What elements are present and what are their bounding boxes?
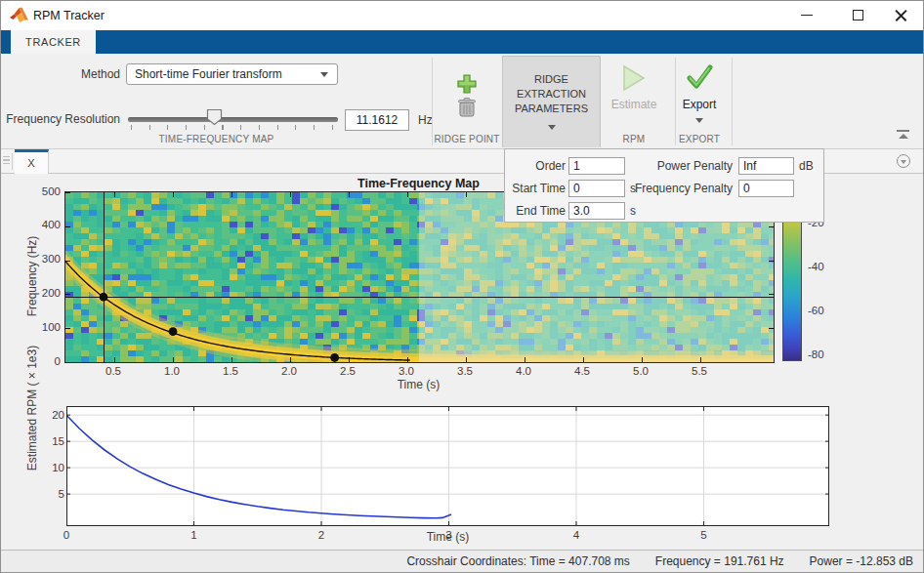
plus-icon [456,73,478,95]
tab-x[interactable]: X [15,149,49,174]
power-penalty-label: Power Penalty [630,157,733,175]
spec-ytick: 400 [33,219,61,230]
play-icon [618,63,648,93]
close-icon [895,9,907,21]
status-frequency: Frequency = 191.761 Hz [655,554,784,568]
checkmark-icon [686,63,713,91]
method-value: Short-time Fourier transform [135,67,282,81]
add-ridge-point-button[interactable] [456,73,478,99]
grip-icon[interactable] [3,153,13,170]
spec-xtick: 1.0 [164,365,180,377]
rpm-xtick: 1 [190,529,196,541]
method-dropdown[interactable]: Short-time Fourier transform [126,63,338,85]
spec-xtick: 5.5 [692,365,707,377]
rpm-xtick: 0 [63,529,69,541]
export-button[interactable]: Export [675,58,724,138]
delete-ridge-point-button[interactable] [457,97,477,122]
chevron-down-icon [320,72,328,77]
minimize-button[interactable] [790,1,823,29]
colorbar-tick: -80 [808,348,824,360]
end-time-input[interactable] [568,202,625,220]
section-label-export: EXPORT [667,134,732,144]
status-power: Power = -12.853 dB [810,554,913,568]
close-button[interactable] [884,1,917,29]
ribbon-toolbar: Method Short-time Fourier transform Freq… [1,54,923,149]
rpm-xtick: 2 [318,529,324,541]
colorbar-tick: -60 [808,305,824,316]
spec-ytick: 500 [33,185,61,197]
rpm-ytick: 15 [37,435,64,447]
spectrogram-ylabel: Frequency (Hz) [25,227,39,325]
app-window: RPM Tracker TRACKER Method Short-time Fo… [0,0,924,573]
matlab-logo-icon [10,7,28,27]
spec-xtick: 2.5 [340,365,356,377]
status-bar: Crosshair Coordinates: Time = 407.708 ms… [1,550,923,572]
freq-resolution-unit: Hz [418,113,433,127]
estimate-label: Estimate [601,98,667,111]
rpm-xtick: 3 [445,529,451,541]
minimize-icon [801,15,813,16]
frequency-penalty-label: Frequency Penalty [630,180,733,197]
slider-ticks [131,125,333,130]
method-label: Method [3,67,120,81]
collapse-ribbon-button[interactable] [897,130,909,139]
start-time-label: Start Time [507,180,566,197]
spectrogram-xlabel: Time (s) [64,378,773,391]
tab-tracker[interactable]: TRACKER [11,30,96,54]
end-time-label: End Time [507,202,566,220]
power-penalty-input[interactable] [738,157,794,175]
collapse-ribbon-icon [897,130,909,132]
estimate-button[interactable] [618,63,648,97]
chevron-down-icon [548,125,556,130]
rpm-ytick: 5 [37,488,64,500]
trash-icon [457,97,477,118]
window-title: RPM Tracker [33,9,105,22]
ridge-extraction-parameters-button[interactable]: RIDGE EXTRACTION PARAMETERS [502,56,601,147]
maximize-button[interactable] [841,1,874,29]
spec-ytick: 100 [33,321,61,333]
spec-xtick: 4.0 [516,365,531,377]
panel-menu-button[interactable] [897,154,910,168]
spec-xtick: 1.5 [223,365,238,377]
spec-ytick: 300 [33,253,61,265]
slider-thumb[interactable] [206,108,223,130]
rpm-plot [66,406,829,526]
rpm-ytick: 20 [37,409,64,421]
toolstrip-header: TRACKER [1,30,923,54]
section-label-ridge-point: RIDGE POINT [432,134,502,144]
spec-xtick: 2.0 [281,365,297,377]
spec-xtick: 3.5 [457,365,473,377]
frequency-penalty-input[interactable] [738,180,794,197]
figure-panel: Time-Frequency Map Frequency (Hz) Time (… [1,174,923,550]
spec-xtick: 4.5 [574,365,590,377]
rpm-ytick: 10 [37,462,64,473]
ridge-params-line1: RIDGE [503,72,600,87]
order-input[interactable] [568,157,625,175]
power-penalty-unit: dB [799,157,814,175]
spec-ytick: 0 [33,355,61,367]
export-label: Export [675,98,724,111]
status-crosshair-time: Crosshair Coordinates: Time = 407.708 ms [406,554,629,568]
end-time-unit: s [630,202,636,220]
spec-ytick: 200 [33,287,61,299]
start-time-input[interactable] [568,180,625,197]
section-label-rpm: RPM [601,134,667,144]
ridge-parameters-popup: Order Power Penalty dB Start Time s Freq… [504,148,824,223]
freq-resolution-slider[interactable] [128,117,338,122]
circled-down-arrow-icon [901,160,906,164]
colorbar-tick: -40 [808,261,824,272]
spec-xtick: 0.5 [105,365,121,377]
rpm-xtick: 5 [700,529,706,541]
spec-xtick: 5.0 [633,365,649,377]
freq-resolution-label: Frequency Resolution [1,112,120,126]
freq-resolution-input[interactable] [345,109,409,131]
ridge-params-line2: EXTRACTION [503,87,600,102]
spec-xtick: 3.0 [399,365,414,377]
maximize-icon [853,10,863,20]
chevron-down-icon [695,118,703,123]
section-label-tfmap: TIME-FREQUENCY MAP [1,134,432,144]
title-bar: RPM Tracker [1,1,923,30]
order-label: Order [507,157,566,175]
rpm-xtick: 4 [573,529,579,541]
ridge-params-line3: PARAMETERS [503,102,600,116]
